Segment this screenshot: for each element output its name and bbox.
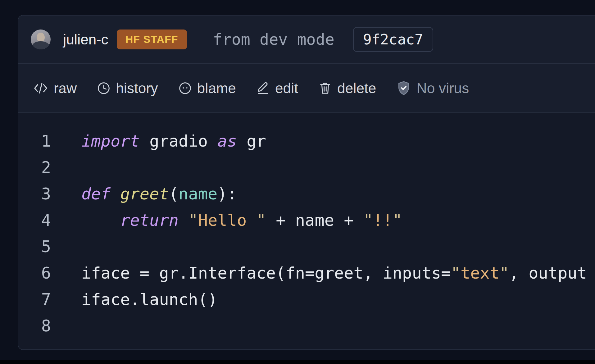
- hf-staff-badge: HF STAFF: [117, 30, 187, 49]
- code-segment-string: !!: [373, 211, 393, 230]
- file-viewer-card: julien-c HF STAFF from dev mode 9f2cac7 …: [18, 15, 595, 350]
- toolbar-button-blame[interactable]: blame: [178, 80, 236, 97]
- code-line: 6iface = gr.Interface(fn=greet, inputs="…: [18, 260, 595, 286]
- code-segment-keyword: as: [217, 132, 237, 150]
- clock-icon: [97, 81, 111, 95]
- code-segment-quote: ": [393, 211, 402, 230]
- line-content: def greet(name):: [81, 181, 237, 207]
- code-icon: [33, 81, 49, 95]
- code-line: 4 return "Hello " + name + "!!": [18, 207, 595, 234]
- code-segment-keyword: return: [120, 211, 179, 230]
- code-segment-plain: gr: [237, 132, 266, 150]
- line-number: 6: [18, 260, 51, 286]
- code-viewer: 1import gradio as gr23def greet(name):4 …: [18, 113, 595, 349]
- code-segment-plain: , output: [509, 264, 587, 282]
- code-segment-function: greet: [120, 184, 169, 203]
- line-content: iface = gr.Interface(fn=greet, inputs="t…: [81, 260, 587, 286]
- code-segment-plain: [111, 184, 120, 203]
- toolbar-button-delete[interactable]: delete: [318, 80, 376, 97]
- code-segment-plain: ):: [217, 184, 237, 203]
- window-bottom-edge: [0, 360, 595, 364]
- code-segment-quote: ": [499, 264, 509, 282]
- code-segment-plain: [179, 211, 188, 230]
- toolbar-label: blame: [197, 80, 236, 97]
- code-segment-plain: iface.launch(): [81, 290, 217, 309]
- line-number: 4: [18, 207, 51, 234]
- toolbar-button-edit[interactable]: edit: [256, 80, 298, 97]
- code-segment-string: text: [461, 264, 499, 282]
- code-segment-plain: (: [169, 184, 179, 203]
- avatar-photo: [37, 33, 45, 42]
- line-content: return "Hello " + name + "!!": [81, 207, 402, 234]
- line-number: 5: [18, 234, 51, 260]
- shield-check-icon: [396, 80, 411, 96]
- toolbar-label: edit: [275, 80, 298, 97]
- code-segment-quote: ": [188, 211, 198, 230]
- toolbar-label: raw: [54, 80, 77, 97]
- code-line: 1import gradio as gr: [18, 128, 595, 154]
- line-number: 8: [18, 313, 51, 339]
- virus-scan-label: No virus: [416, 80, 469, 97]
- line-number: 7: [18, 286, 51, 313]
- code-line: 7iface.launch(): [18, 286, 595, 313]
- code-line: 2: [18, 154, 595, 181]
- commit-hash-button[interactable]: 9f2cac7: [353, 27, 433, 52]
- virus-scan-status[interactable]: No virus: [396, 80, 469, 97]
- line-content: iface.launch(): [81, 286, 217, 313]
- line-number: 2: [18, 154, 51, 181]
- code-segment-plain: gradio: [140, 132, 217, 150]
- toolbar-label: history: [116, 80, 158, 97]
- code-segment-param: name: [179, 184, 217, 203]
- face-icon: [178, 81, 192, 95]
- code-segment-quote: ": [363, 211, 373, 230]
- file-header: julien-c HF STAFF from dev mode 9f2cac7: [18, 16, 595, 64]
- code-segment-keyword: import: [81, 132, 140, 150]
- file-toolbar: rawhistoryblameeditdeleteNo virus: [18, 64, 595, 113]
- code-line: 5: [18, 234, 595, 260]
- trash-icon: [318, 81, 332, 95]
- code-segment-keyword: def: [81, 184, 111, 203]
- code-segment-plain: iface = gr.Interface(fn=greet, inputs=: [81, 264, 451, 282]
- code-segment-string: Hello: [198, 211, 257, 230]
- code-segment-plain: + name +: [266, 211, 363, 230]
- user-avatar[interactable]: [31, 30, 51, 49]
- code-line: 3def greet(name):: [18, 181, 595, 207]
- line-number: 1: [18, 128, 51, 154]
- toolbar-label: delete: [337, 80, 376, 97]
- pencil-icon: [256, 81, 270, 95]
- toolbar-button-raw[interactable]: raw: [33, 80, 77, 97]
- code-segment-quote: ": [451, 264, 461, 282]
- code-line: 8: [18, 313, 595, 339]
- line-number: 3: [18, 181, 51, 207]
- code-segment-quote: ": [257, 211, 266, 230]
- author-username[interactable]: julien-c: [63, 31, 108, 48]
- toolbar-button-history[interactable]: history: [97, 80, 158, 97]
- line-content: import gradio as gr: [81, 128, 266, 154]
- code-segment-plain: [81, 211, 120, 230]
- commit-message: from dev mode: [213, 30, 334, 48]
